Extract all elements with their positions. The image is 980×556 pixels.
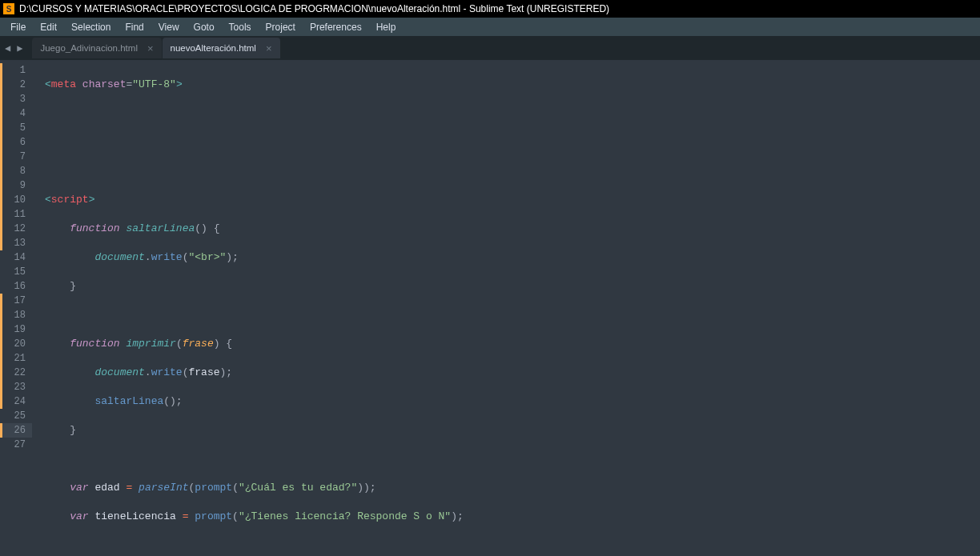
menu-help[interactable]: Help <box>369 19 404 35</box>
code-area[interactable]: <meta charset="UTF-8"> <script> function… <box>38 60 980 556</box>
menu-selection[interactable]: Selection <box>64 19 118 35</box>
gutter: 1 2 3 4 5 6 7 8 9 10 11 12 13 14 15 16 1… <box>0 60 38 556</box>
tab-juego-adivinacion[interactable]: Juego_Adivinacion.html × <box>32 38 161 58</box>
titlebar: S D:\CURSOS Y MATERIAS\ORACLE\PROYECTOS\… <box>0 0 980 18</box>
app-icon: S <box>3 3 14 14</box>
tab-nav-forward-icon[interactable]: ▶ <box>15 41 24 56</box>
menu-view[interactable]: View <box>151 19 187 35</box>
menu-find[interactable]: Find <box>118 19 151 35</box>
tab-nav-back-icon[interactable]: ◀ <box>3 41 12 56</box>
tab-label: nuevoAlteración.html <box>171 43 256 53</box>
menu-edit[interactable]: Edit <box>33 19 64 35</box>
menu-tools[interactable]: Tools <box>222 19 259 35</box>
tab-nav: ◀ ▶ <box>3 41 24 56</box>
close-icon[interactable]: × <box>147 42 154 54</box>
window-title: D:\CURSOS Y MATERIAS\ORACLE\PROYECTOS\LO… <box>19 3 609 14</box>
modified-indicator <box>0 423 2 438</box>
modified-indicator <box>0 63 2 250</box>
menu-file[interactable]: File <box>3 19 33 35</box>
editor[interactable]: 1 2 3 4 5 6 7 8 9 10 11 12 13 14 15 16 1… <box>0 60 980 556</box>
tabbar: ◀ ▶ Juego_Adivinacion.html × nuevoAltera… <box>0 36 980 60</box>
menu-project[interactable]: Project <box>259 19 303 35</box>
tab-nuevo-alteracion[interactable]: nuevoAlteración.html × <box>163 38 280 58</box>
tab-label: Juego_Adivinacion.html <box>40 43 137 53</box>
close-icon[interactable]: × <box>266 42 272 54</box>
modified-indicator <box>0 308 2 409</box>
menu-preferences[interactable]: Preferences <box>303 19 369 35</box>
menubar: File Edit Selection Find View Goto Tools… <box>0 18 980 36</box>
menu-goto[interactable]: Goto <box>187 19 222 35</box>
modified-indicator <box>0 294 2 308</box>
